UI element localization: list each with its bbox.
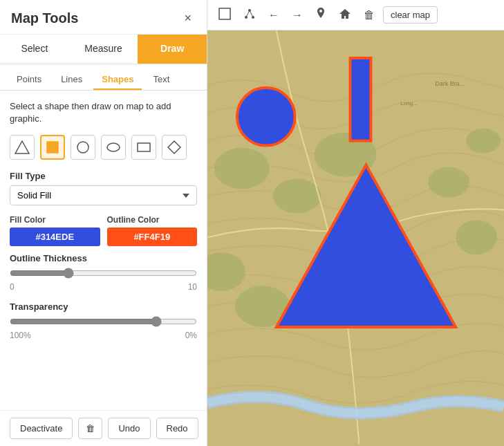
svg-point-20 [297, 277, 339, 308]
description-text: Select a shape then draw on map to add g… [10, 100, 197, 125]
fill-color-col: Fill Color #314EDE [10, 215, 100, 246]
svg-point-14 [273, 178, 321, 213]
svg-marker-5 [168, 141, 180, 154]
square-tool-icon [218, 8, 231, 20]
outline-thickness-section: Outline Thickness 0 10 [10, 253, 197, 292]
node-tool[interactable] [239, 5, 260, 26]
subtab-points[interactable]: Points [8, 70, 50, 90]
shape-diamond[interactable] [162, 135, 187, 160]
transparency-left: 100% [10, 331, 31, 340]
subtab-text[interactable]: Text [144, 70, 178, 90]
bottom-buttons: Deactivate 🗑 Undo Redo [0, 410, 207, 446]
svg-point-19 [235, 286, 290, 327]
home-button[interactable] [335, 5, 355, 26]
circle-icon [75, 140, 91, 155]
node-icon [243, 8, 256, 20]
svg-text:Long...: Long... [400, 100, 417, 106]
redo-button[interactable]: Redo [156, 418, 198, 439]
svg-point-21 [456, 220, 497, 254]
fill-color-label: Fill Color [10, 215, 100, 225]
map-background: Dark Bra... Long... Lower Alarka R... [207, 30, 504, 445]
sidebar-header: Map Tools × [0, 0, 207, 35]
transparency-section: Transparency 100% 0% [10, 301, 197, 340]
svg-marker-0 [15, 141, 29, 154]
fill-color-button[interactable]: #314EDE [10, 227, 100, 246]
rectangle-icon [136, 140, 151, 155]
sidebar-title: Map Tools [11, 10, 78, 26]
map-topbar: ← → 🗑 clear map [207, 0, 504, 30]
svg-text:Dark Bra...: Dark Bra... [435, 80, 465, 87]
sub-tabs: Points Lines Shapes Text [0, 64, 207, 91]
main-tabs: Select Measure Draw [0, 35, 207, 64]
square-icon [45, 140, 60, 155]
thickness-max: 10 [188, 282, 197, 292]
triangle-icon [15, 140, 30, 155]
outline-thickness-label: Outline Thickness [10, 253, 197, 263]
svg-line-11 [250, 10, 253, 17]
shape-square[interactable] [40, 135, 65, 160]
transparency-slider[interactable] [10, 316, 197, 327]
pin-icon [315, 8, 326, 20]
pin-button[interactable] [311, 5, 330, 26]
fill-type-select[interactable]: Solid Fill No Fill Gradient Fill [10, 185, 197, 205]
delete-icon: 🗑 [86, 423, 95, 434]
ellipse-icon [106, 140, 121, 155]
tab-draw[interactable]: Draw [138, 35, 207, 64]
thickness-min: 0 [10, 282, 15, 292]
back-button[interactable]: ← [264, 6, 283, 24]
svg-point-13 [214, 148, 270, 189]
map-area[interactable]: ← → 🗑 clear map [207, 0, 504, 446]
shape-ellipse[interactable] [101, 135, 126, 160]
svg-point-2 [77, 142, 88, 153]
svg-line-10 [246, 10, 250, 17]
shape-icons-row [10, 135, 197, 160]
deactivate-button[interactable]: Deactivate [10, 418, 73, 439]
svg-rect-6 [219, 8, 230, 19]
shape-circle[interactable] [71, 135, 95, 160]
outline-color-button[interactable]: #FF4F19 [107, 227, 198, 246]
trash-button[interactable]: 🗑 [360, 6, 379, 24]
subtab-shapes[interactable]: Shapes [93, 70, 142, 90]
outline-color-label: Outline Color [107, 215, 198, 225]
svg-point-15 [315, 133, 377, 177]
shape-triangle[interactable] [10, 135, 35, 160]
delete-button[interactable]: 🗑 [78, 418, 102, 439]
tab-measure[interactable]: Measure [69, 35, 138, 64]
home-icon [339, 8, 351, 20]
sidebar: Map Tools × Select Measure Draw Points L… [0, 0, 207, 446]
outline-thickness-slider[interactable] [10, 268, 197, 279]
fill-type-label: Fill Type [10, 171, 197, 181]
draw-square-tool[interactable] [214, 5, 235, 26]
tab-select[interactable]: Select [0, 35, 69, 64]
transparency-right: 0% [185, 331, 197, 340]
content-area: Select a shape then draw on map to add g… [0, 91, 207, 410]
svg-rect-4 [138, 143, 150, 151]
outline-color-col: Outline Color #FF4F19 [107, 215, 198, 246]
svg-point-16 [428, 167, 469, 198]
clear-map-button[interactable]: clear map [383, 6, 438, 24]
svg-rect-1 [47, 142, 58, 153]
shape-rectangle[interactable] [131, 135, 156, 160]
diamond-icon [167, 140, 182, 155]
forward-button[interactable]: → [288, 6, 307, 24]
subtab-lines[interactable]: Lines [53, 70, 91, 90]
color-row: Fill Color #314EDE Outline Color #FF4F19 [10, 215, 197, 246]
close-button[interactable]: × [180, 10, 196, 27]
undo-button[interactable]: Undo [108, 418, 150, 439]
svg-point-17 [466, 129, 501, 154]
svg-point-3 [107, 143, 120, 151]
transparency-label: Transparency [10, 301, 197, 312]
